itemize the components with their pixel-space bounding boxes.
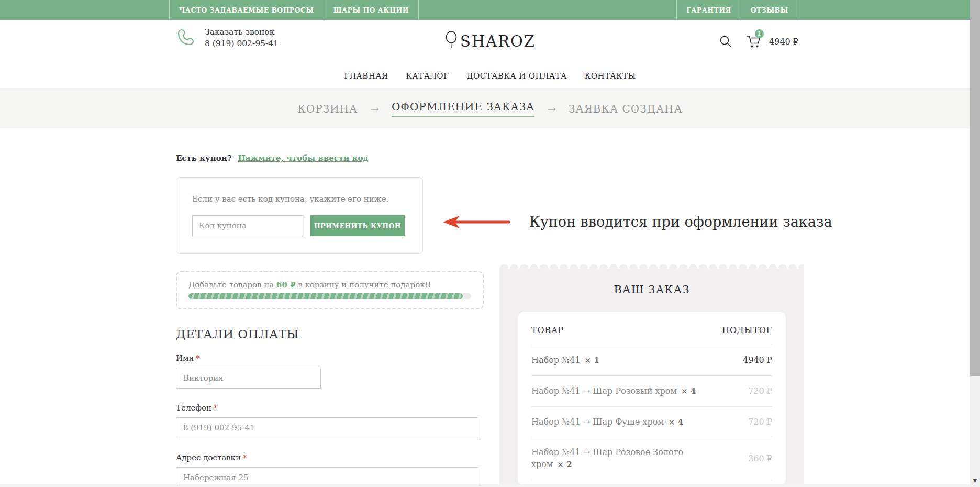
balloon-icon [444, 30, 459, 52]
coupon-form: Если у вас есть код купона, укажите его … [176, 177, 423, 254]
topbar-link-reviews[interactable]: ОТЗЫВЫ [741, 0, 798, 20]
gift-text-before: Добавьте товаров на [188, 280, 276, 290]
coupon-toggle-link[interactable]: Нажмите, чтобы ввести код [238, 153, 368, 163]
logo[interactable]: SHAROZ [0, 20, 980, 63]
coupon-hint: Если у вас есть код купона, укажите его … [192, 194, 407, 204]
order-table-bottom-divider [531, 480, 772, 482]
order-title: ВАШ ЗАКАЗ [518, 283, 786, 296]
order-item-name: Набор №41 → Шар Розовое Золото хром× 2 [531, 446, 699, 471]
topbar-right-links: ГАРАНТИЯ ОТЗЫВЫ [676, 0, 798, 20]
scrollbar-thumb[interactable] [970, 0, 980, 376]
required-asterisk: * [243, 453, 247, 462]
site-header: Заказать звонок 8 (919) 002-95-41 SHAROZ [0, 20, 980, 63]
address-label-text: Адрес доставки [176, 453, 241, 462]
order-table-header: ТОВАР ПОДЫТОГ [531, 312, 772, 345]
item-title: Набор №41 → Шар Розовый хром [531, 386, 677, 396]
gift-progress-box: Добавьте товаров на 60 ₽ в корзину и пол… [176, 271, 484, 309]
order-item-price: 720 ₽ [748, 386, 772, 396]
name-input[interactable] [176, 368, 321, 389]
phone-field-label: Телефон* [176, 403, 485, 413]
next-section-edge [0, 484, 970, 487]
name-field-label: Имя* [176, 353, 485, 363]
order-item-price: 720 ₽ [748, 417, 772, 427]
item-title: Набор №41 [531, 355, 581, 365]
red-arrow-icon [442, 215, 513, 229]
billing-field-name: Имя* [176, 353, 485, 389]
order-col-product: ТОВАР [531, 325, 564, 335]
topbar-link-sale-balloons[interactable]: ШАРЫ ПО АКЦИИ [324, 0, 419, 20]
topbar-link-warranty[interactable]: ГАРАНТИЯ [676, 0, 741, 20]
scrollbar-down-arrow[interactable]: ▼ [970, 477, 980, 484]
order-item-row: Набор №41 → Шар Розовое Золото хром× 2 3… [531, 437, 772, 480]
cart-total: 4940 ₽ [769, 37, 798, 47]
checkout-left-column: Есть купон? Нажмите, чтобы ввести код Ес… [176, 153, 485, 487]
nav-item-catalog[interactable]: КАТАЛОГ [406, 71, 449, 81]
receipt-body: ВАШ ЗАКАЗ ТОВАР ПОДЫТОГ Набор №41× 1 494… [499, 269, 804, 487]
apply-coupon-button[interactable]: ПРИМЕНИТЬ КУПОН [310, 215, 405, 236]
breadcrumb-arrow-icon: → [547, 103, 556, 115]
order-table: ТОВАР ПОДЫТОГ Набор №41× 1 4940 ₽ Набор … [518, 312, 786, 485]
coupon-input-row: ПРИМЕНИТЬ КУПОН [192, 215, 407, 236]
cart-button[interactable]: 1 4940 ₽ [746, 34, 798, 49]
order-summary-panel: ВАШ ЗАКАЗ ТОВАР ПОДЫТОГ Набор №41× 1 494… [499, 262, 804, 487]
gift-progress-track [188, 293, 471, 299]
breadcrumb-arrow-icon: → [370, 103, 379, 115]
coupon-annotation: Купон вводится при оформлении заказа [442, 214, 832, 230]
order-item-price: 4940 ₽ [743, 355, 772, 365]
nav-item-contacts[interactable]: КОНТАКТЫ [585, 71, 636, 81]
topbar-left-links: ЧАСТО ЗАДАВАЕМЫЕ ВОПРОСЫ ШАРЫ ПО АКЦИИ [169, 0, 419, 20]
billing-details-title: ДЕТАЛИ ОПЛАТЫ [176, 327, 485, 341]
required-asterisk: * [196, 353, 200, 363]
breadcrumb-cart[interactable]: КОРЗИНА [297, 103, 358, 115]
coupon-question-line: Есть купон? Нажмите, чтобы ввести код [176, 153, 485, 163]
billing-field-address: Адрес доставки* [176, 453, 485, 487]
gift-progress-fill [188, 293, 463, 299]
item-title: Набор №41 → Шар Фуше хром [531, 417, 664, 427]
receipt-scalloped-edge [499, 262, 804, 269]
coupon-code-input[interactable] [192, 215, 303, 236]
page-scrollbar[interactable]: ▼ [970, 0, 980, 487]
item-title: Набор №41 → Шар Розовое Золото хром [531, 447, 683, 469]
required-asterisk: * [214, 403, 218, 413]
search-icon[interactable] [719, 35, 732, 48]
item-qty: × 2 [557, 460, 572, 469]
phone-input[interactable] [176, 417, 478, 438]
billing-field-phone: Телефон* [176, 403, 485, 438]
order-item-name: Набор №41 → Шар Фуше хром× 4 [531, 416, 699, 428]
order-item-name: Набор №41× 1 [531, 354, 699, 367]
item-qty: × 4 [669, 417, 683, 427]
item-qty: × 1 [585, 356, 599, 365]
breadcrumb-checkout[interactable]: ОФОРМЛЕНИЕ ЗАКАЗА [392, 101, 534, 117]
gift-amount: 60 ₽ [276, 280, 296, 290]
order-item-price: 360 ₽ [748, 453, 772, 463]
nav-item-delivery[interactable]: ДОСТАВКА И ОПЛАТА [466, 71, 566, 81]
coupon-question: Есть купон? [176, 153, 231, 163]
cart-count-badge: 1 [755, 29, 764, 38]
checkout-breadcrumb: КОРЗИНА → ОФОРМЛЕНИЕ ЗАКАЗА → ЗАЯВКА СОЗ… [0, 89, 980, 128]
order-item-row: Набор №41× 1 4940 ₽ [531, 345, 772, 375]
checkout-right-column: ВАШ ЗАКАЗ ТОВАР ПОДЫТОГ Набор №41× 1 494… [499, 153, 804, 487]
order-item-row: Набор №41 → Шар Фуше хром× 4 720 ₽ [531, 406, 772, 437]
coupon-annotation-text: Купон вводится при оформлении заказа [529, 214, 832, 230]
gift-progress-text: Добавьте товаров на 60 ₽ в корзину и пол… [188, 280, 471, 290]
logo-text: SHAROZ [460, 32, 536, 50]
gift-text-after: в корзину и получите подарок!! [296, 280, 431, 290]
order-item-name: Набор №41 → Шар Розовый хром× 4 [531, 385, 699, 397]
topbar-link-faq[interactable]: ЧАСТО ЗАДАВАЕМЫЕ ВОПРОСЫ [169, 0, 324, 20]
top-utility-bar: ЧАСТО ЗАДАВАЕМЫЕ ВОПРОСЫ ШАРЫ ПО АКЦИИ Г… [0, 0, 980, 20]
breadcrumb-order-created: ЗАЯВКА СОЗДАНА [569, 103, 683, 115]
main-content: Купон вводится при оформлении заказа Ест… [176, 128, 804, 487]
nav-item-home[interactable]: ГЛАВНАЯ [344, 71, 388, 81]
name-label-text: Имя [176, 353, 194, 363]
order-item-row: Набор №41 → Шар Розовый хром× 4 720 ₽ [531, 375, 772, 406]
item-qty: × 4 [681, 386, 696, 396]
address-field-label: Адрес доставки* [176, 453, 485, 462]
main-nav: ГЛАВНАЯ КАТАЛОГ ДОСТАВКА И ОПЛАТА КОНТАК… [0, 63, 980, 89]
order-col-subtotal: ПОДЫТОГ [722, 325, 772, 335]
phone-label-text: Телефон [176, 403, 211, 413]
header-actions: 1 4940 ₽ [719, 20, 798, 63]
